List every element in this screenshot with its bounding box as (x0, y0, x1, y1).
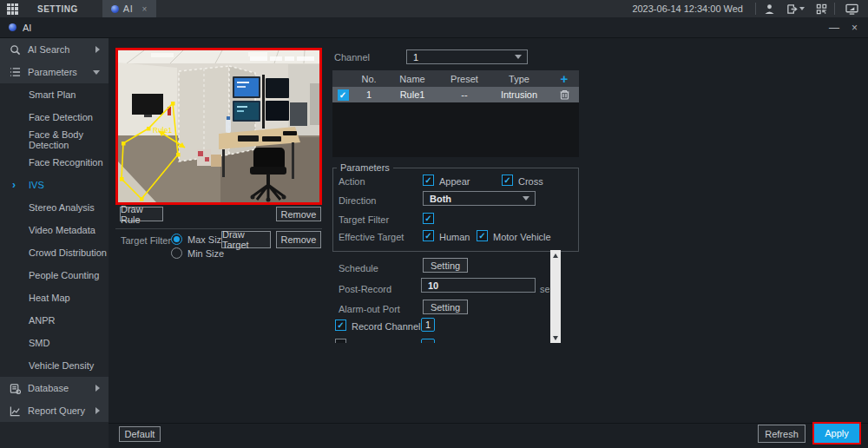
post-record-input[interactable]: 10 (421, 278, 536, 293)
ai-sphere-icon (111, 5, 119, 13)
scroll-up-icon[interactable] (550, 250, 561, 260)
sidebar-item-smd[interactable]: SMD (0, 332, 108, 354)
remove-target-button[interactable]: Remove (276, 231, 321, 248)
chevron-down-icon (799, 7, 805, 10)
sidebar-item-ivs[interactable]: › IVS (0, 174, 108, 196)
schedule-setting-button[interactable]: Setting (423, 258, 468, 273)
target-filter-param-label: Target Filter (339, 214, 389, 225)
sidebar-item-database[interactable]: Database (0, 377, 108, 399)
tab-close-icon[interactable]: × (142, 4, 148, 14)
top-bar: SETTING AI × 2023-06-14 12:34:00 Wed (0, 0, 868, 17)
record-channel-label: Record Channel (352, 321, 421, 332)
apply-button[interactable]: Apply (814, 424, 859, 443)
datetime-display: 2023-06-14 12:34:00 Wed (632, 3, 743, 14)
window-title: AI (23, 23, 31, 33)
sidebar-item-parameters[interactable]: Parameters (0, 61, 108, 83)
delete-rule-button[interactable] (549, 89, 579, 100)
scrollbar[interactable] (550, 250, 561, 343)
parameters-list-icon (9, 67, 21, 77)
sidebar-item-face-body-detection[interactable]: Face & Body Detection (0, 128, 108, 151)
table-header: No. Name Preset Type + (332, 70, 579, 87)
alarm-out-label: Alarm-out Port (339, 304, 400, 314)
target-filter-checkbox[interactable]: ✓ (423, 213, 434, 224)
min-size-label: Min Size (187, 248, 224, 259)
sidebar-item-stereo-analysis[interactable]: Stereo Analysis (0, 196, 108, 219)
tab-setting[interactable]: SETTING (29, 0, 87, 17)
table-empty-area (332, 102, 579, 157)
schedule-label: Schedule (339, 263, 378, 273)
parameters-scroll-area: Schedule Setting Post-Record 10 sec. Ala… (332, 252, 549, 343)
footer-divider (108, 423, 868, 424)
sidebar-item-heat-map[interactable]: Heat Map (0, 287, 108, 309)
rule-table: No. Name Preset Type + ✓ 1 Rule1 -- Intr… (332, 70, 579, 102)
screen-switch-icon[interactable] (835, 0, 868, 17)
camera-scene: Rule1 (118, 50, 319, 202)
sidebar-item-vehicle-density[interactable]: Vehicle Density (0, 354, 108, 377)
minimize-button[interactable]: — (829, 22, 839, 34)
close-button[interactable]: × (852, 22, 858, 34)
apps-grid-icon[interactable] (7, 3, 18, 15)
max-size-radio[interactable] (171, 234, 182, 245)
appear-checkbox[interactable]: ✓ (423, 175, 434, 186)
user-icon[interactable] (756, 0, 782, 17)
cross-label: Cross (518, 176, 543, 187)
clipped-checkbox[interactable] (335, 339, 346, 343)
refresh-button[interactable]: Refresh (758, 425, 806, 443)
table-row[interactable]: ✓ 1 Rule1 -- Intrusion (332, 87, 579, 102)
ai-search-icon (9, 44, 21, 56)
apply-highlight-box: Apply (812, 422, 861, 445)
draw-rule-button[interactable]: Draw Rule (120, 207, 163, 221)
ai-sphere-icon (9, 23, 16, 31)
sidebar-item-video-metadata[interactable]: Video Metadata (0, 219, 108, 241)
add-rule-button[interactable]: + (549, 71, 579, 86)
chevron-down-icon (93, 70, 100, 75)
post-record-label: Post-Record (339, 284, 391, 294)
tab-ai[interactable]: AI × (102, 0, 156, 17)
chevron-right-icon (95, 385, 100, 392)
sidebar-item-crowd-distribution[interactable]: Crowd Distribution (0, 241, 108, 264)
database-icon (9, 383, 21, 394)
sidebar: AI Search Parameters Smart Plan Face Det… (0, 38, 108, 448)
rule-checkbox[interactable]: ✓ (338, 89, 349, 101)
sidebar-item-anpr[interactable]: ANPR (0, 309, 108, 332)
alarm-out-setting-button[interactable]: Setting (423, 300, 468, 314)
video-preview[interactable]: Rule1 (115, 48, 322, 205)
sidebar-item-report-query[interactable]: Report Query (0, 399, 108, 422)
action-label: Action (339, 176, 365, 187)
scroll-down-icon[interactable] (550, 333, 561, 343)
motor-vehicle-checkbox[interactable]: ✓ (477, 230, 488, 241)
divider (115, 228, 322, 229)
report-chart-icon (9, 405, 21, 417)
channel-label: Channel (334, 52, 370, 63)
direction-select[interactable]: Both (423, 191, 536, 206)
target-filter-label: Target Filter (121, 235, 171, 246)
sidebar-item-smart-plan[interactable]: Smart Plan (0, 83, 108, 106)
channel-select[interactable]: 1 (406, 49, 528, 64)
logout-icon[interactable] (782, 0, 808, 17)
record-channel-value[interactable]: 1 (421, 318, 435, 332)
chevron-down-icon (515, 55, 522, 59)
direction-label: Direction (339, 195, 376, 206)
app-window: SETTING AI × 2023-06-14 12:34:00 Wed (0, 0, 868, 448)
clipped-channel-box[interactable] (421, 339, 435, 343)
post-record-unit: sec. (540, 284, 549, 294)
record-channel-checkbox[interactable]: ✓ (335, 320, 346, 331)
draw-target-button[interactable]: Draw Target (221, 231, 271, 248)
human-label: Human (439, 232, 470, 242)
rule-name-label: Rule1 (153, 126, 172, 135)
chevron-down-icon (523, 196, 529, 201)
remove-rule-button[interactable]: Remove (276, 207, 321, 221)
osd-timestamp (250, 56, 314, 61)
default-button[interactable]: Default (119, 426, 161, 442)
sidebar-item-people-counting[interactable]: People Counting (0, 264, 108, 287)
appear-label: Appear (439, 176, 470, 187)
cross-checkbox[interactable]: ✓ (502, 175, 513, 186)
active-item-caret-icon: › (12, 179, 16, 191)
effective-target-label: Effective Target (339, 232, 404, 242)
sidebar-item-face-detection[interactable]: Face Detection (0, 106, 108, 128)
qr-code-icon[interactable] (808, 0, 834, 17)
min-size-radio[interactable] (171, 247, 182, 259)
sidebar-item-ai-search[interactable]: AI Search (0, 38, 108, 61)
human-checkbox[interactable]: ✓ (423, 230, 434, 241)
sidebar-item-face-recognition[interactable]: Face Recognition (0, 151, 108, 174)
